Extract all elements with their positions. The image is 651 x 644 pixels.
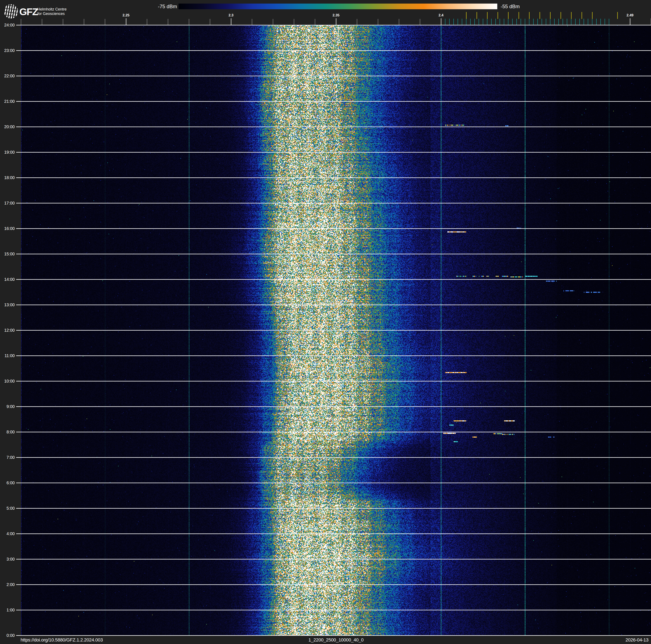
ble-channel-tick	[449, 19, 450, 25]
time-label: 11:00	[0, 354, 15, 358]
freq-minor-tick	[84, 19, 84, 25]
freq-major-tick	[336, 18, 336, 25]
freq-minor-tick	[168, 19, 168, 25]
hour-gridline	[16, 406, 651, 407]
wifi-channel-tick	[560, 12, 561, 19]
header: GFZ Helmholtz Centre for Geosciences -75…	[0, 0, 651, 25]
hour-gridline	[16, 355, 651, 356]
gfz-logo-icon	[4, 4, 18, 19]
freq-minor-tick	[399, 19, 399, 25]
ble-channel-tick	[558, 19, 559, 25]
ble-channel-tick	[512, 19, 513, 25]
spectrogram-page: { "branding": { "org_abbr": "GFZ", "org_…	[0, 0, 651, 644]
time-label: 10:00	[0, 379, 15, 383]
ble-channel-tick	[504, 19, 504, 25]
ble-channel-tick	[588, 19, 588, 25]
wifi-channel-tick	[519, 12, 519, 19]
freq-minor-tick	[42, 19, 42, 25]
hour-gridline	[16, 304, 651, 305]
ble-channel-tick	[517, 19, 517, 25]
ble-channel-tick	[521, 19, 521, 25]
ble-channel-tick	[592, 19, 592, 25]
ble-channel-tick	[487, 19, 488, 25]
time-label: 23:00	[0, 48, 15, 53]
doi-link[interactable]: https://doi.org/10.5880/GFZ.1.2.2024.003	[21, 637, 103, 643]
freq-minor-tick	[189, 19, 189, 25]
ble-channel-tick	[600, 19, 601, 25]
colorbar-max-label: -55 dBm	[501, 4, 520, 9]
wifi-channel-tick	[582, 12, 582, 19]
wifi-channel-tick	[508, 12, 508, 19]
ble-channel-tick	[508, 19, 508, 25]
org-name-line1: Helmholtz Centre	[37, 7, 67, 11]
freq-minor-tick	[273, 19, 273, 25]
time-label: 13:00	[0, 303, 15, 307]
freq-major-tick	[126, 18, 126, 25]
ble-channel-tick	[525, 19, 525, 25]
wifi-channel-tick	[550, 12, 551, 19]
freq-tick-label: 2.49	[626, 13, 633, 18]
time-label: 14:00	[0, 277, 15, 282]
wifi-channel-tick	[539, 12, 540, 19]
freq-minor-tick	[357, 19, 357, 25]
freq-tick-label: 2.4	[438, 13, 443, 18]
date-label: 2026-04-13	[625, 637, 649, 643]
hour-gridline	[16, 584, 651, 585]
hour-gridline	[16, 482, 651, 483]
ble-channel-tick	[454, 19, 454, 25]
hour-gridline	[16, 457, 651, 458]
freq-tick-label: 2.35	[333, 13, 339, 18]
ble-channel-tick	[541, 19, 542, 25]
hour-gridline	[16, 381, 651, 381]
wifi-channel-tick	[617, 12, 618, 19]
ble-channel-tick	[596, 19, 597, 25]
wifi-channel-tick	[487, 12, 488, 19]
freq-minor-tick	[294, 19, 294, 25]
ble-channel-tick	[474, 19, 475, 25]
ble-channel-tick	[550, 19, 550, 25]
time-label: 22:00	[0, 74, 15, 78]
ble-channel-tick	[604, 19, 605, 25]
time-label: 2:00	[0, 582, 15, 587]
wifi-channel-tick	[571, 12, 571, 19]
org-name: Helmholtz Centre for Geosciences	[37, 7, 67, 16]
ble-channel-tick	[584, 19, 584, 25]
freq-minor-tick	[315, 19, 315, 25]
dataset-id: 1_2200_2500_10000_40_0	[309, 637, 364, 643]
wifi-channel-tick	[592, 12, 593, 19]
time-label: 12:00	[0, 328, 15, 332]
time-label: 6:00	[0, 481, 15, 485]
ble-channel-tick	[554, 19, 555, 25]
ble-channel-tick	[546, 19, 546, 25]
wifi-channel-tick	[529, 12, 530, 19]
ble-channel-tick	[458, 19, 458, 25]
freq-tick-label: 2.3	[228, 13, 234, 18]
freq-minor-tick	[252, 19, 252, 25]
hour-gridline	[16, 177, 651, 178]
hour-gridline	[16, 279, 651, 280]
colorbar-gradient	[179, 4, 497, 9]
freq-minor-tick	[420, 19, 420, 25]
wifi-channel-tick	[497, 12, 498, 19]
time-label: 8:00	[0, 430, 15, 434]
ble-channel-tick	[483, 19, 483, 25]
org-name-line2: for Geosciences	[37, 11, 67, 16]
ble-channel-tick	[470, 19, 471, 25]
time-label: 17:00	[0, 201, 15, 205]
hour-gridline	[16, 635, 651, 636]
hour-gridline	[16, 76, 651, 76]
ble-channel-tick	[462, 19, 462, 25]
wifi-channel-tick	[466, 12, 467, 19]
colorbar-min-label: -75 dBm	[158, 4, 177, 9]
freq-tick-label: 2.25	[122, 13, 129, 18]
hour-gridline	[16, 432, 651, 432]
hour-gridline	[16, 126, 651, 127]
ble-channel-tick	[495, 19, 496, 25]
hour-gridline	[16, 254, 651, 254]
hour-gridline	[16, 228, 651, 229]
freq-minor-tick	[210, 19, 210, 25]
time-label: 20:00	[0, 125, 15, 129]
time-label: 21:00	[0, 99, 15, 104]
time-label: 7:00	[0, 455, 15, 460]
time-label: 19:00	[0, 150, 15, 154]
